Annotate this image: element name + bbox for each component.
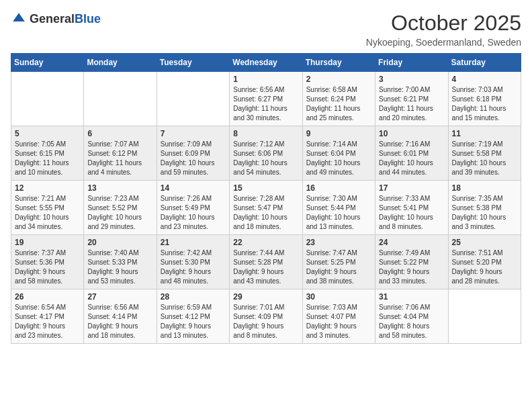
day-info: Sunrise: 7:49 AM Sunset: 5:22 PM Dayligh… bbox=[379, 248, 444, 286]
day-info: Sunrise: 7:21 AM Sunset: 5:55 PM Dayligh… bbox=[15, 194, 80, 232]
day-number: 26 bbox=[15, 292, 80, 302]
day-number: 4 bbox=[452, 75, 517, 84]
calendar-week-3: 12Sunrise: 7:21 AM Sunset: 5:55 PM Dayli… bbox=[11, 181, 521, 235]
day-info: Sunrise: 7:37 AM Sunset: 5:36 PM Dayligh… bbox=[15, 248, 80, 286]
location: Nykoeping, Soedermanland, Sweden bbox=[366, 37, 521, 48]
calendar-cell: 19Sunrise: 7:37 AM Sunset: 5:36 PM Dayli… bbox=[11, 235, 84, 289]
day-number: 17 bbox=[379, 183, 444, 193]
calendar-cell: 1Sunrise: 6:56 AM Sunset: 6:27 PM Daylig… bbox=[230, 72, 302, 126]
calendar-cell: 27Sunrise: 6:56 AM Sunset: 4:14 PM Dayli… bbox=[84, 289, 157, 344]
calendar-cell: 26Sunrise: 6:54 AM Sunset: 4:17 PM Dayli… bbox=[11, 289, 84, 344]
day-number: 14 bbox=[161, 183, 226, 193]
day-info: Sunrise: 7:42 AM Sunset: 5:30 PM Dayligh… bbox=[161, 248, 226, 286]
calendar: SundayMondayTuesdayWednesdayThursdayFrid… bbox=[11, 53, 521, 344]
day-number: 15 bbox=[233, 183, 298, 193]
day-number: 12 bbox=[15, 183, 80, 193]
calendar-cell: 16Sunrise: 7:30 AM Sunset: 5:44 PM Dayli… bbox=[302, 181, 375, 235]
day-info: Sunrise: 7:09 AM Sunset: 6:09 PM Dayligh… bbox=[161, 140, 226, 177]
day-number: 18 bbox=[452, 183, 517, 193]
day-number: 1 bbox=[233, 75, 298, 84]
day-info: Sunrise: 6:56 AM Sunset: 4:14 PM Dayligh… bbox=[87, 303, 152, 340]
day-number: 19 bbox=[15, 238, 80, 247]
day-info: Sunrise: 7:16 AM Sunset: 6:01 PM Dayligh… bbox=[379, 140, 444, 177]
day-info: Sunrise: 6:58 AM Sunset: 6:24 PM Dayligh… bbox=[306, 85, 371, 123]
calendar-cell: 21Sunrise: 7:42 AM Sunset: 5:30 PM Dayli… bbox=[157, 235, 229, 289]
day-number: 13 bbox=[87, 183, 152, 193]
day-info: Sunrise: 7:03 AM Sunset: 6:18 PM Dayligh… bbox=[452, 85, 517, 123]
calendar-cell: 14Sunrise: 7:26 AM Sunset: 5:49 PM Dayli… bbox=[157, 181, 229, 235]
day-info: Sunrise: 6:56 AM Sunset: 6:27 PM Dayligh… bbox=[233, 85, 298, 123]
calendar-week-1: 1Sunrise: 6:56 AM Sunset: 6:27 PM Daylig… bbox=[11, 72, 521, 126]
logo: GeneralBlue bbox=[11, 11, 101, 27]
day-info: Sunrise: 7:05 AM Sunset: 6:15 PM Dayligh… bbox=[15, 140, 80, 177]
calendar-cell bbox=[448, 289, 521, 344]
day-number: 25 bbox=[452, 238, 517, 247]
weekday-header-sunday: Sunday bbox=[11, 54, 84, 72]
calendar-cell: 22Sunrise: 7:44 AM Sunset: 5:28 PM Dayli… bbox=[230, 235, 302, 289]
calendar-cell: 7Sunrise: 7:09 AM Sunset: 6:09 PM Daylig… bbox=[157, 126, 229, 181]
day-number: 8 bbox=[233, 129, 298, 138]
weekday-header-monday: Monday bbox=[84, 54, 157, 72]
day-number: 20 bbox=[87, 238, 152, 247]
day-info: Sunrise: 6:54 AM Sunset: 4:17 PM Dayligh… bbox=[15, 303, 80, 340]
calendar-cell: 2Sunrise: 6:58 AM Sunset: 6:24 PM Daylig… bbox=[302, 72, 375, 126]
day-info: Sunrise: 7:19 AM Sunset: 5:58 PM Dayligh… bbox=[452, 140, 517, 177]
day-number: 21 bbox=[161, 238, 226, 247]
day-number: 31 bbox=[379, 292, 444, 302]
calendar-cell bbox=[11, 72, 84, 126]
day-number: 10 bbox=[379, 129, 444, 138]
calendar-cell: 10Sunrise: 7:16 AM Sunset: 6:01 PM Dayli… bbox=[375, 126, 448, 181]
calendar-cell: 30Sunrise: 7:03 AM Sunset: 4:07 PM Dayli… bbox=[302, 289, 375, 344]
day-number: 11 bbox=[452, 129, 517, 138]
calendar-week-4: 19Sunrise: 7:37 AM Sunset: 5:36 PM Dayli… bbox=[11, 235, 521, 289]
calendar-cell: 12Sunrise: 7:21 AM Sunset: 5:55 PM Dayli… bbox=[11, 181, 84, 235]
calendar-cell: 31Sunrise: 7:06 AM Sunset: 4:04 PM Dayli… bbox=[375, 289, 448, 344]
day-number: 30 bbox=[306, 292, 371, 302]
day-number: 23 bbox=[306, 238, 371, 247]
day-number: 29 bbox=[233, 292, 298, 302]
day-number: 24 bbox=[379, 238, 444, 247]
day-number: 2 bbox=[306, 75, 371, 84]
page-header: GeneralBlue October 2025 Nykoeping, Soed… bbox=[11, 11, 521, 48]
day-number: 27 bbox=[87, 292, 152, 302]
calendar-cell: 4Sunrise: 7:03 AM Sunset: 6:18 PM Daylig… bbox=[448, 72, 521, 126]
calendar-cell: 29Sunrise: 7:01 AM Sunset: 4:09 PM Dayli… bbox=[230, 289, 302, 344]
day-info: Sunrise: 7:07 AM Sunset: 6:12 PM Dayligh… bbox=[87, 140, 152, 177]
day-info: Sunrise: 7:12 AM Sunset: 6:06 PM Dayligh… bbox=[233, 140, 298, 177]
day-number: 9 bbox=[306, 129, 371, 138]
calendar-week-2: 5Sunrise: 7:05 AM Sunset: 6:15 PM Daylig… bbox=[11, 126, 521, 181]
day-info: Sunrise: 7:06 AM Sunset: 4:04 PM Dayligh… bbox=[379, 303, 444, 340]
day-info: Sunrise: 7:14 AM Sunset: 6:04 PM Dayligh… bbox=[306, 140, 371, 177]
calendar-cell bbox=[84, 72, 157, 126]
day-info: Sunrise: 7:26 AM Sunset: 5:49 PM Dayligh… bbox=[161, 194, 226, 232]
day-info: Sunrise: 7:33 AM Sunset: 5:41 PM Dayligh… bbox=[379, 194, 444, 232]
logo-blue: Blue bbox=[75, 12, 101, 26]
calendar-cell bbox=[157, 72, 229, 126]
day-number: 5 bbox=[15, 129, 80, 138]
day-number: 22 bbox=[233, 238, 298, 247]
day-number: 16 bbox=[306, 183, 371, 193]
calendar-cell: 18Sunrise: 7:35 AM Sunset: 5:38 PM Dayli… bbox=[448, 181, 521, 235]
logo-icon bbox=[11, 11, 27, 27]
day-info: Sunrise: 6:59 AM Sunset: 4:12 PM Dayligh… bbox=[161, 303, 226, 340]
logo-general: General bbox=[30, 12, 75, 26]
day-info: Sunrise: 7:51 AM Sunset: 5:20 PM Dayligh… bbox=[452, 248, 517, 286]
calendar-cell: 8Sunrise: 7:12 AM Sunset: 6:06 PM Daylig… bbox=[230, 126, 302, 181]
calendar-cell: 15Sunrise: 7:28 AM Sunset: 5:47 PM Dayli… bbox=[230, 181, 302, 235]
calendar-header: SundayMondayTuesdayWednesdayThursdayFrid… bbox=[11, 54, 521, 72]
calendar-cell: 5Sunrise: 7:05 AM Sunset: 6:15 PM Daylig… bbox=[11, 126, 84, 181]
day-info: Sunrise: 7:44 AM Sunset: 5:28 PM Dayligh… bbox=[233, 248, 298, 286]
calendar-cell: 28Sunrise: 6:59 AM Sunset: 4:12 PM Dayli… bbox=[157, 289, 229, 344]
day-info: Sunrise: 7:28 AM Sunset: 5:47 PM Dayligh… bbox=[233, 194, 298, 232]
weekday-header-tuesday: Tuesday bbox=[157, 54, 229, 72]
day-info: Sunrise: 7:30 AM Sunset: 5:44 PM Dayligh… bbox=[306, 194, 371, 232]
day-info: Sunrise: 7:40 AM Sunset: 5:33 PM Dayligh… bbox=[87, 248, 152, 286]
calendar-week-5: 26Sunrise: 6:54 AM Sunset: 4:17 PM Dayli… bbox=[11, 289, 521, 344]
day-info: Sunrise: 7:47 AM Sunset: 5:25 PM Dayligh… bbox=[306, 248, 371, 286]
calendar-cell: 24Sunrise: 7:49 AM Sunset: 5:22 PM Dayli… bbox=[375, 235, 448, 289]
day-info: Sunrise: 7:00 AM Sunset: 6:21 PM Dayligh… bbox=[379, 85, 444, 123]
day-info: Sunrise: 7:01 AM Sunset: 4:09 PM Dayligh… bbox=[233, 303, 298, 340]
day-number: 3 bbox=[379, 75, 444, 84]
calendar-cell: 25Sunrise: 7:51 AM Sunset: 5:20 PM Dayli… bbox=[448, 235, 521, 289]
calendar-cell: 23Sunrise: 7:47 AM Sunset: 5:25 PM Dayli… bbox=[302, 235, 375, 289]
